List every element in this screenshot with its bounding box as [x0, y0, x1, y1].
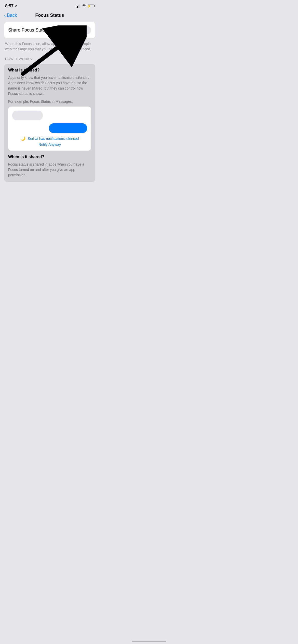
back-button[interactable]: ‹ Back	[4, 12, 17, 18]
signal-bar-2	[77, 6, 78, 8]
signal-bar-1	[76, 7, 76, 8]
status-icons	[76, 4, 94, 8]
received-message-row	[12, 111, 87, 123]
status-bar: 8:57 ↗	[0, 0, 99, 11]
status-time: 8:57	[5, 4, 13, 9]
main-content: Share Focus Status When this Focus is on…	[0, 22, 99, 182]
sent-message-bubble	[49, 123, 87, 133]
what-is-shared-title: What is shared?	[8, 68, 91, 72]
notify-anyway-link[interactable]: Notify Anyway	[12, 142, 87, 147]
messages-example: 🌙 Serhat has notifications silenced Noti…	[8, 107, 91, 151]
focus-description: When this Focus is on, allow apps to dis…	[4, 41, 95, 52]
back-chevron-icon: ‹	[4, 12, 6, 18]
received-message-bubble	[12, 111, 43, 120]
signal-bars	[76, 4, 80, 8]
nav-bar: ‹ Back Focus Status	[0, 11, 99, 22]
signal-bar-3	[78, 5, 79, 8]
sent-message-row	[12, 123, 87, 136]
signal-bar-4	[79, 4, 80, 8]
what-is-shared-body: Apps only know that you have notificatio…	[8, 75, 91, 96]
notification-silenced-text: Serhat has notifications silenced	[28, 137, 79, 141]
focus-notification: 🌙 Serhat has notifications silenced	[12, 136, 87, 141]
wifi-icon	[82, 4, 86, 8]
toggle-card: Share Focus Status	[4, 22, 95, 38]
when-shared-title: When is it shared?	[8, 155, 91, 159]
location-icon: ↗	[15, 4, 17, 8]
page-wrapper: 8:57 ↗ ‹ Back	[0, 0, 99, 215]
battery-level	[88, 5, 90, 7]
moon-icon: 🌙	[20, 136, 25, 141]
share-focus-status-label: Share Focus Status	[8, 27, 48, 33]
nav-title: Focus Status	[35, 13, 64, 18]
how-it-works-header: HOW IT WORKS	[4, 57, 95, 61]
how-it-works-card: What is shared? Apps only know that you …	[4, 64, 95, 182]
when-shared-body: Focus status is shared in apps when you …	[8, 162, 91, 178]
back-label: Back	[7, 13, 17, 18]
toggle-knob	[79, 27, 86, 34]
example-label: For example, Focus Status in Messages:	[8, 99, 91, 104]
share-focus-status-toggle[interactable]	[78, 26, 91, 34]
battery-icon	[88, 5, 94, 8]
